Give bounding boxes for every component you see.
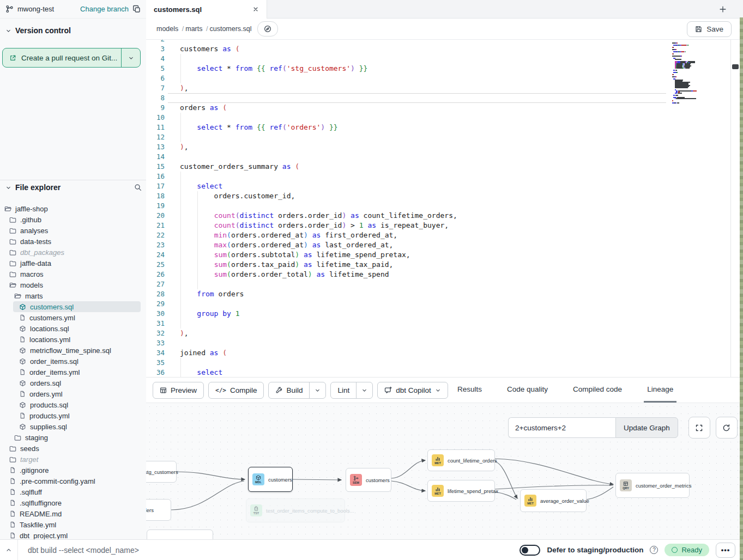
code-line-6[interactable]: 6 — [146, 74, 743, 83]
editor-scrollbar[interactable] — [730, 40, 740, 377]
tree-item-metricflow-time-spine-sql[interactable]: metricflow_time_spine.sql — [0, 345, 146, 356]
code-line-26[interactable]: 26 sum(orders.order_total) as lifetime_s… — [146, 270, 743, 279]
code-line-5[interactable]: 5 select * from {{ ref('stg_customers') … — [146, 64, 743, 74]
tree-item-locations-yml[interactable]: locations.yml — [0, 334, 146, 345]
code-editor[interactable]: 23customers as (45 select * from {{ ref(… — [146, 40, 743, 377]
tree-item-models[interactable]: models — [0, 279, 146, 290]
tree-item-order-items-yml[interactable]: order_items.yml — [0, 367, 146, 378]
command-text[interactable]: dbt build --select <model_name> — [28, 546, 139, 555]
lint-button[interactable]: Lint — [331, 382, 356, 398]
new-tab-button[interactable] — [716, 2, 730, 16]
collapse-panel-button[interactable] — [0, 540, 18, 560]
code-line-29[interactable]: 29 — [146, 299, 743, 309]
tree-item--pre-commit-config-yaml[interactable]: .pre-commit-config.yaml — [0, 476, 146, 486]
code-line-31[interactable]: 31 — [146, 319, 743, 328]
pr-dropdown-button[interactable] — [121, 48, 140, 67]
tab-code-quality[interactable]: Code quality — [504, 378, 551, 403]
tree-item-jaffle-shop[interactable]: jaffle-shop — [0, 203, 146, 214]
code-line-4[interactable]: 4 — [146, 54, 743, 64]
explore-compass-button[interactable] — [257, 21, 278, 36]
copy-icon[interactable] — [132, 5, 141, 13]
lint-dropdown-button[interactable] — [356, 382, 372, 398]
search-icon[interactable] — [134, 184, 142, 191]
version-control-header[interactable]: Version control — [5, 26, 71, 35]
create-pr-button[interactable]: Create a pull request on Git... — [2, 48, 141, 68]
lineage-node-count_lifetime_orders[interactable]: METcount_lifetime_orders — [427, 449, 495, 471]
code-line-17[interactable]: 17 select — [146, 181, 743, 191]
tree-item--sqlfluff[interactable]: .sqlfluff — [0, 486, 146, 497]
tree-item-dbt-project-yml[interactable]: dbt_project.yml — [0, 530, 146, 539]
code-line-8[interactable]: 8 — [146, 93, 743, 103]
lineage-node-lifetime_spend_pretax[interactable]: METlifetime_spend_pretax — [427, 480, 495, 502]
tree-item-locations-sql[interactable]: locations.sql — [0, 323, 146, 334]
build-dropdown-button[interactable] — [309, 382, 325, 398]
lineage-node-customer_order_metrics[interactable]: QRYcustomer_order_metrics — [615, 473, 690, 498]
tree-item--gitignore[interactable]: .gitignore — [0, 465, 146, 476]
code-line-32[interactable]: 32), — [146, 328, 743, 338]
code-line-9[interactable]: 9orders as ( — [146, 103, 743, 113]
lineage-node-partial_node[interactable] — [147, 529, 213, 539]
tree-item--sqlfluffignore[interactable]: .sqlfluffignore — [0, 497, 146, 508]
code-line-3[interactable]: 3customers as ( — [146, 44, 743, 54]
fullscreen-button[interactable] — [688, 417, 710, 439]
tree-item-order-items-sql[interactable]: order_items.sql — [0, 356, 146, 367]
tab-lineage[interactable]: Lineage — [644, 378, 676, 403]
tree-item-orders-sql[interactable]: orders.sql — [0, 378, 146, 388]
build-button[interactable]: Build — [269, 382, 309, 398]
preview-button[interactable]: Preview — [153, 382, 204, 399]
tree-item-dbt-packages[interactable]: dbt_packages — [0, 247, 146, 258]
tree-item-staging[interactable]: staging — [0, 432, 146, 443]
tree-item--github[interactable]: .github — [0, 214, 146, 225]
code-line-20[interactable]: 20 count(distinct orders.order_id) as co… — [146, 211, 743, 221]
code-line-12[interactable]: 12 — [146, 132, 743, 142]
tree-item-customers-yml[interactable]: customers.yml — [0, 312, 146, 323]
minimap[interactable] — [672, 40, 715, 104]
code-line-14[interactable]: 14 — [146, 152, 743, 162]
tree-item-readme-md[interactable]: README.md — [0, 508, 146, 519]
scrollbar-thumb[interactable] — [732, 64, 739, 69]
lineage-node-average_order_value[interactable]: METaverage_order_value — [520, 489, 587, 512]
tree-item-products-yml[interactable]: products.yml — [0, 410, 146, 421]
save-button[interactable]: Save — [687, 21, 732, 37]
lineage-node-test_order_items[interactable]: TSTtest_order_items_compute_to_bools... — [246, 498, 345, 522]
tree-item-seeds[interactable]: seeds — [0, 443, 146, 454]
tab-compiled-code[interactable]: Compiled code — [570, 378, 625, 403]
code-line-15[interactable]: 15customer_orders_summary as ( — [146, 162, 743, 172]
code-line-30[interactable]: 30 group by 1 — [146, 309, 743, 319]
dbt-copilot-button[interactable]: dbt Copilot — [377, 382, 448, 399]
tab-customers-sql[interactable]: customers.sql — [146, 0, 267, 19]
tree-item-products-sql[interactable]: products.sql — [0, 399, 146, 410]
tree-item-analyses[interactable]: analyses — [0, 225, 146, 236]
code-line-35[interactable]: 35 — [146, 358, 743, 368]
tree-item-data-tests[interactable]: data-tests — [0, 236, 146, 247]
code-line-28[interactable]: 28 from orders — [146, 289, 743, 299]
overflow-menu-button[interactable]: ••• — [716, 543, 735, 558]
defer-toggle[interactable] — [520, 545, 540, 556]
tree-item-supplies-sql[interactable]: supplies.sql — [0, 421, 146, 432]
code-line-21[interactable]: 21 count(distinct orders.order_id) > 1 a… — [146, 221, 743, 230]
close-icon[interactable] — [252, 6, 259, 13]
tree-item-jaffle-data[interactable]: jaffle-data — [0, 258, 146, 269]
code-line-19[interactable]: 19 — [146, 201, 743, 211]
code-line-7[interactable]: 7), — [146, 83, 743, 93]
lineage-filter-input[interactable] — [508, 417, 615, 438]
file-explorer-header[interactable]: File explorer — [5, 183, 142, 192]
lineage-node-stg_customers[interactable]: MDLstg_customers — [146, 461, 177, 483]
code-line-11[interactable]: 11 select * from {{ ref('orders') }} — [146, 123, 743, 132]
code-line-33[interactable]: 33 — [146, 338, 743, 348]
code-line-22[interactable]: 22 min(orders.ordered_at) as first_order… — [146, 230, 743, 240]
tree-item-target[interactable]: target — [0, 454, 146, 465]
lineage-node-customers_semantic[interactable]: SEMcustomers — [346, 468, 391, 492]
tab-results[interactable]: Results — [454, 378, 485, 403]
lineage-node-orders[interactable]: MDLorders — [146, 499, 171, 521]
tree-item-customers-sql[interactable]: customers.sql — [0, 301, 146, 312]
change-branch-link[interactable]: Change branch — [80, 5, 129, 13]
lineage-node-customers_model[interactable]: MDLcustomers — [248, 467, 293, 492]
code-line-16[interactable]: 16 — [146, 172, 743, 181]
code-line-27[interactable]: 27 — [146, 279, 743, 289]
compile-button[interactable]: </> Compile — [208, 382, 264, 399]
code-line-34[interactable]: 34joined as ( — [146, 348, 743, 358]
tree-item-taskfile-yml[interactable]: Taskfile.yml — [0, 519, 146, 530]
code-line-25[interactable]: 25 sum(orders.tax_paid) as lifetime_tax_… — [146, 260, 743, 270]
refresh-button[interactable] — [716, 417, 738, 439]
